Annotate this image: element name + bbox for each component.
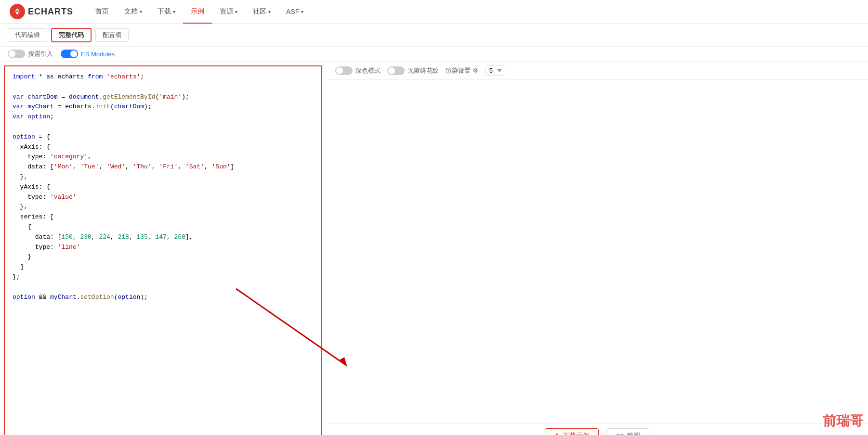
toggle-row: 按需引入 ES Modules [0,47,868,62]
nav-resources[interactable]: 资源▾ [212,0,245,24]
code-line: xAxis: { [13,142,313,153]
tab-config[interactable]: 配置项 [95,28,129,42]
code-line: var chartDom = document.getElementById('… [13,92,313,102]
chart-panel: 深色模式 无障碍花纹 渲染设置 ⚙ 5 050100150200250300Mo… [326,62,868,435]
svg-text:Sun: Sun [844,389,854,395]
render-select-item[interactable]: 5 [485,65,505,76]
svg-text:150: 150 [350,239,359,245]
svg-text:300: 300 [350,97,359,102]
dark-mode-knob [336,67,343,74]
lazy-import-toggle[interactable] [8,50,25,58]
code-line [13,122,313,132]
code-line: type: 'category', [13,152,313,162]
logo-text: ECHARTS [28,7,73,17]
logo[interactable]: ECHARTS [10,4,73,19]
dark-mode-label: 深色模式 [355,66,381,75]
tab-full-code[interactable]: 完整代码 [51,28,92,42]
dark-mode-toggle[interactable] [335,66,353,75]
es-modules-toggle-wrap: ES Modules [61,50,115,58]
svg-text:0: 0 [356,381,359,387]
code-line: data: [150, 230, 224, 218, 135, 147, 260… [13,232,313,243]
svg-text:Tue: Tue [439,389,449,395]
resources-arrow: ▾ [235,9,237,14]
nav-docs[interactable]: 文档▾ [117,0,150,24]
es-modules-label: ES Modules [81,51,115,58]
code-line: }, [13,172,313,182]
code-line: option = { [13,132,313,142]
svg-text:100: 100 [350,286,359,292]
code-line: import * as echarts from 'echarts'; [13,72,313,82]
svg-text:50: 50 [353,334,359,340]
render-select[interactable]: 5 [485,65,505,76]
code-line: var myChart = echarts.init(chartDom); [13,102,313,112]
download-arrow: ▾ [173,9,175,14]
tab-code-edit[interactable]: 代码编辑 [8,28,47,42]
screenshot-icon: 📷 [616,432,624,435]
code-line: }; [13,272,313,282]
svg-text:Thu: Thu [601,389,611,395]
bottom-bar: ⬇ 下载示例 📷 截图 [326,423,868,435]
nav-asf[interactable]: ASF▾ [278,0,311,24]
asf-arrow: ▾ [301,9,303,14]
code-line [13,82,313,92]
code-line: data: ['Mon', 'Tue', 'Wed', 'Thu', 'Fri'… [13,162,313,172]
svg-point-27 [604,176,608,179]
watermark: 前瑞哥 [823,412,863,430]
code-line: { [13,222,313,232]
code-line: option && myChart.setOption(option); [13,293,313,303]
code-line: series: [ [13,212,313,222]
accessible-toggle[interactable] [387,66,405,75]
svg-text:Fri: Fri [684,389,690,395]
nav-home[interactable]: 首页 [88,0,117,24]
tab-row: 代码编辑 完整代码 配置项 [0,24,868,47]
lazy-import-toggle-wrap: 按需引入 [8,50,53,58]
code-line: type: 'value' [13,192,313,203]
chart-toolbar: 深色模式 无障碍花纹 渲染设置 ⚙ 5 [326,62,868,80]
svg-point-24 [361,240,365,244]
accessible-label: 无障碍花纹 [408,66,439,75]
screenshot-button[interactable]: 📷 截图 [606,428,649,435]
download-button[interactable]: ⬇ 下载示例 [545,428,599,435]
svg-text:250: 250 [350,144,359,150]
docs-arrow: ▾ [140,9,142,14]
code-line [13,282,313,293]
svg-text:Mon: Mon [358,389,368,395]
code-line: type: 'line' [13,243,313,253]
download-label: 下载示例 [563,432,590,435]
download-icon: ⬇ [554,432,560,435]
svg-point-29 [766,243,770,247]
chart-area: 050100150200250300MonTueWedThuFriSatSun [326,80,868,423]
svg-point-25 [442,164,446,168]
logo-icon [10,4,25,19]
nav-download[interactable]: 下载▾ [150,0,183,24]
nav-examples[interactable]: 示例 [183,0,212,24]
code-line: }, [13,202,313,212]
dark-mode-item: 深色模式 [335,66,381,75]
svg-point-30 [847,136,851,140]
main-layout: import * as echarts from 'echarts'; var … [0,62,868,435]
render-label: 渲染设置 ⚙ [446,66,478,75]
lazy-import-label: 按需引入 [28,50,53,58]
svg-point-26 [523,170,527,174]
es-modules-knob [70,51,77,57]
accessible-item: 无障碍花纹 [387,66,439,75]
svg-point-1 [16,12,19,14]
code-line: } [13,252,313,262]
svg-text:Wed: Wed [519,389,531,395]
navbar: ECHARTS 首页 文档▾ 下载▾ 示例 资源▾ 社区▾ ASF▾ [0,0,868,24]
code-line: yAxis: { [13,182,313,192]
svg-point-28 [685,255,689,258]
code-line: var option; [13,112,313,122]
nav-items: 首页 文档▾ 下载▾ 示例 资源▾ 社区▾ ASF▾ [88,0,311,24]
lazy-import-knob [9,51,15,57]
chart-svg: 050100150200250300MonTueWedThuFriSatSun [335,85,858,409]
es-modules-toggle[interactable] [61,50,78,58]
nav-community[interactable]: 社区▾ [245,0,278,24]
accessible-knob [388,67,395,74]
code-panel[interactable]: import * as echarts from 'echarts'; var … [4,65,322,435]
svg-text:200: 200 [350,192,359,197]
render-item: 渲染设置 ⚙ [446,66,478,75]
svg-text:Sat: Sat [764,389,773,395]
screenshot-label: 截图 [627,432,640,435]
code-line: ] [13,262,313,272]
